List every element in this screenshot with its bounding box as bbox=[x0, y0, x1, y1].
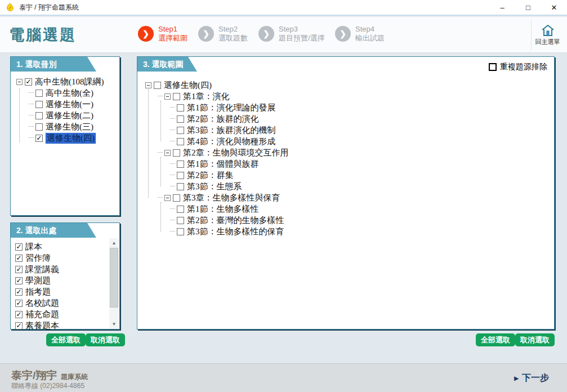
checkbox[interactable] bbox=[177, 228, 184, 235]
tree-node-label[interactable]: 第1章：演化 bbox=[183, 91, 230, 102]
tree-node-label-selected[interactable]: 選修生物(四) bbox=[46, 133, 96, 144]
checkbox[interactable] bbox=[177, 206, 184, 213]
minimize-button[interactable]: – bbox=[489, 0, 515, 15]
app-logo-icon bbox=[6, 3, 15, 12]
source-label[interactable]: 課堂講義 bbox=[25, 264, 59, 275]
scroll-down-icon[interactable]: ▼ bbox=[109, 319, 119, 328]
checkbox[interactable] bbox=[154, 82, 161, 89]
tree-node-label[interactable]: 第2節：群集 bbox=[187, 170, 234, 181]
collapse-icon[interactable] bbox=[164, 93, 171, 100]
tree-node-label[interactable]: 選修生物(二) bbox=[46, 110, 93, 121]
checkbox[interactable] bbox=[15, 322, 23, 329]
next-step-button[interactable]: ▶ 下一步 bbox=[514, 372, 549, 384]
checkbox[interactable] bbox=[173, 93, 180, 100]
scrollbar-thumb[interactable] bbox=[110, 248, 118, 308]
list-item: 素養題本 bbox=[15, 320, 59, 331]
select-all-button-right[interactable]: 全部選取 bbox=[476, 333, 515, 346]
tree-node: 第3節：生態系 bbox=[137, 181, 552, 192]
checkbox[interactable] bbox=[177, 115, 184, 123]
collapse-icon[interactable] bbox=[16, 79, 23, 85]
checkbox[interactable] bbox=[35, 90, 43, 97]
tree-node-label[interactable]: 高中生物(全) bbox=[46, 88, 93, 99]
deselect-button-left[interactable]: 取消選取 bbox=[86, 333, 125, 346]
select-all-button-left[interactable]: 全部選取 bbox=[46, 333, 86, 346]
tree-node-label[interactable]: 選修生物(一) bbox=[46, 99, 93, 110]
checkbox[interactable] bbox=[15, 243, 23, 251]
panel-range-select: 3. 選取範圍 重複題源排除 選修生物(四) 第1章：演化 bbox=[137, 56, 555, 329]
dedupe-checkbox[interactable] bbox=[489, 63, 497, 71]
tree-node-label[interactable]: 第2節：族群的演化 bbox=[187, 114, 259, 124]
home-menu-button[interactable]: 回主選單 bbox=[531, 19, 564, 51]
tree-connector bbox=[170, 226, 175, 231]
tree-node-label[interactable]: 第4節：演化與物種形成 bbox=[187, 136, 276, 147]
tree-connector bbox=[170, 203, 175, 209]
close-button[interactable]: ✕ bbox=[541, 0, 567, 15]
checkbox[interactable] bbox=[177, 138, 184, 145]
checkbox[interactable] bbox=[35, 112, 43, 119]
source-label[interactable]: 名校試題 bbox=[25, 298, 59, 309]
checkbox[interactable] bbox=[177, 183, 184, 190]
checkbox[interactable] bbox=[25, 78, 32, 86]
tree-connector bbox=[158, 91, 163, 96]
step-2-label: 選取題數 bbox=[218, 34, 248, 43]
checkbox[interactable] bbox=[173, 194, 180, 202]
source-label[interactable]: 指考題 bbox=[25, 287, 51, 297]
source-label[interactable]: 學測題 bbox=[25, 275, 51, 286]
checkbox[interactable] bbox=[15, 266, 23, 273]
app-window: 泰宇 / 翔宇命題系統 – □ ✕ 電腦選題 ❯ Step1 選擇範圍 ❯ St… bbox=[0, 0, 567, 392]
tree-node-label[interactable]: 第2章：生物與環境交互作用 bbox=[183, 148, 289, 158]
tree-node: 第3節：族群演化的機制 bbox=[137, 124, 552, 136]
collapse-icon[interactable] bbox=[164, 195, 171, 201]
maximize-button[interactable]: □ bbox=[515, 0, 541, 15]
checkbox[interactable] bbox=[35, 135, 43, 142]
tree-node-label[interactable]: 選修生物(三) bbox=[46, 122, 93, 132]
tree-node-label[interactable]: 第1節：個體與族群 bbox=[187, 159, 259, 170]
source-label[interactable]: 課本 bbox=[25, 242, 42, 252]
tree-connector bbox=[170, 113, 175, 119]
checkbox[interactable] bbox=[15, 311, 23, 318]
step-2-name: Step2 bbox=[218, 25, 248, 34]
checkbox[interactable] bbox=[15, 288, 23, 296]
tree-node: 選修生物(四) bbox=[11, 132, 118, 144]
checkbox[interactable] bbox=[177, 104, 184, 112]
tree-connector bbox=[170, 102, 175, 108]
range-tree: 選修生物(四) 第1章：演化 第1節：演化理論的發展 第2節：族群的演化 bbox=[137, 79, 552, 237]
tree-node-label[interactable]: 選修生物(四) bbox=[164, 80, 212, 91]
panel-source-select: 2. 選取出處 課本 習作簿 課堂講義 學測題 指考題 bbox=[10, 222, 120, 329]
tree-node-label[interactable]: 第1節：生物多樣性 bbox=[187, 204, 259, 215]
tree-node: 第3章：生物多樣性與保育 bbox=[137, 192, 552, 203]
step-1[interactable]: ❯ Step1 選擇範圍 bbox=[138, 25, 187, 43]
checkbox[interactable] bbox=[177, 217, 184, 224]
checkbox[interactable] bbox=[15, 255, 23, 262]
checkbox[interactable] bbox=[35, 123, 43, 131]
tree-node-label[interactable]: 第3章：生物多樣性與保育 bbox=[183, 193, 280, 203]
source-label[interactable]: 習作簿 bbox=[25, 253, 51, 264]
tree-node: 選修生物(一) bbox=[11, 99, 118, 110]
checkbox[interactable] bbox=[35, 101, 43, 108]
source-label[interactable]: 素養題本 bbox=[25, 320, 59, 331]
step-2[interactable]: ❯ Step2 選取題數 bbox=[198, 25, 248, 43]
tree-connector bbox=[29, 121, 34, 127]
collapse-icon[interactable] bbox=[145, 82, 151, 88]
tree-node: 第1節：生物多樣性 bbox=[137, 203, 552, 215]
checkbox[interactable] bbox=[173, 149, 180, 157]
checkbox[interactable] bbox=[15, 300, 23, 307]
tree-node-label[interactable]: 第3節：生物多樣性的保育 bbox=[187, 226, 284, 237]
checkbox[interactable] bbox=[177, 127, 184, 134]
deselect-button-right[interactable]: 取消選取 bbox=[515, 333, 555, 346]
scrollbar[interactable]: ▲ ▼ bbox=[109, 238, 119, 328]
checkbox[interactable] bbox=[177, 161, 184, 168]
source-label[interactable]: 補充命題 bbox=[25, 309, 59, 320]
tree-node-label[interactable]: 第1節：演化理論的發展 bbox=[187, 103, 276, 113]
tree-node-label[interactable]: 第3節：族群演化的機制 bbox=[187, 125, 276, 136]
tree-node-label[interactable]: 第2節：臺灣的生物多樣性 bbox=[187, 215, 284, 226]
checkbox[interactable] bbox=[15, 277, 23, 284]
checkbox[interactable] bbox=[177, 172, 184, 179]
tree-node-label[interactable]: 高中生物(108課綱) bbox=[35, 77, 104, 87]
step-4[interactable]: ❯ Step4 輸出試題 bbox=[335, 25, 385, 43]
tree-connector bbox=[170, 124, 175, 130]
scroll-up-icon[interactable]: ▲ bbox=[109, 238, 119, 247]
step-3[interactable]: ❯ Step3 題目預覽/選擇 bbox=[258, 25, 325, 43]
tree-node-label[interactable]: 第3節：生態系 bbox=[187, 181, 242, 192]
collapse-icon[interactable] bbox=[164, 150, 171, 156]
